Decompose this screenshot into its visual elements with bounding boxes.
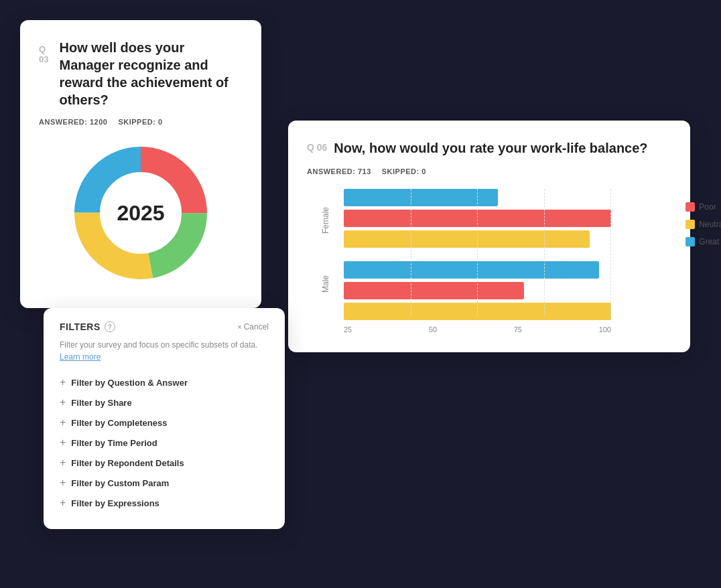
chart-legend: Poor Neutral Great: [685, 202, 721, 246]
filters-description: Filter your survey and focus on specific…: [60, 339, 269, 363]
female-great-bar: [344, 189, 498, 206]
filter-item-expressions[interactable]: + Filter by Expressions: [60, 493, 269, 513]
filters-title-row: FILTERS ?: [60, 321, 115, 332]
q06-answered: ANSWERED: 713: [307, 167, 371, 175]
x-tick-50: 50: [429, 325, 437, 334]
q03-skipped: SKIPPED: 0: [118, 118, 162, 126]
plus-icon-respondent: +: [60, 457, 66, 468]
learn-more-link[interactable]: Learn more: [60, 352, 101, 362]
filter-time-label: Filter by Time Period: [71, 438, 157, 448]
x-tick-25: 25: [344, 325, 352, 334]
q03-number: Q 03: [39, 44, 48, 64]
filters-header: FILTERS ? × Cancel: [60, 321, 269, 332]
filter-item-completeness[interactable]: + Filter by Completeness: [60, 413, 269, 433]
filter-respondent-label: Filter by Repondent Details: [71, 458, 184, 468]
filter-item-share[interactable]: + Filter by Share: [60, 392, 269, 413]
filter-item-time[interactable]: + Filter by Time Period: [60, 433, 269, 453]
filter-item-respondent[interactable]: + Filter by Repondent Details: [60, 453, 269, 473]
male-great-bar: [344, 261, 599, 279]
donut-chart: 2025: [39, 139, 243, 287]
x-tick-100: 100: [599, 325, 611, 334]
plus-icon-share: +: [60, 397, 66, 408]
legend-neutral: Neutral: [685, 220, 721, 229]
male-poor-bar: [344, 282, 524, 299]
filter-expressions-label: Filter by Expressions: [71, 498, 159, 508]
bar-chart-card: Q 06 Now, how would you rate your work-l…: [288, 121, 690, 352]
plus-icon-qa: +: [60, 377, 66, 388]
filter-items-list: + Filter by Question & Answer + Filter b…: [60, 372, 269, 513]
plus-icon-time: +: [60, 437, 66, 448]
female-poor-bar: [344, 210, 611, 227]
filter-qa-label: Filter by Question & Answer: [71, 378, 188, 388]
q03-answered: ANSWERED: 1200: [39, 118, 107, 126]
q06-title: Now, how would you rate your work-life b…: [334, 139, 647, 157]
legend-great-dot: [685, 237, 695, 246]
q06-stats: ANSWERED: 713 SKIPPED: 0: [307, 167, 671, 175]
legend-neutral-dot: [685, 220, 695, 229]
plus-icon-custom: +: [60, 477, 66, 488]
female-group: [344, 189, 671, 248]
legend-poor-dot: [685, 202, 695, 212]
female-label: Female: [321, 207, 330, 234]
filters-card: FILTERS ? × Cancel Filter your survey an…: [44, 308, 285, 529]
male-group: [344, 261, 671, 320]
q03-stats: ANSWERED: 1200 SKIPPED: 0: [39, 118, 243, 126]
q06-number: Q 06: [307, 142, 327, 153]
plus-icon-completeness: +: [60, 417, 66, 428]
filter-custom-label: Filter by Custom Param: [71, 478, 169, 488]
plus-icon-expressions: +: [60, 498, 66, 508]
legend-poor: Poor: [685, 202, 721, 212]
x-tick-75: 75: [514, 325, 522, 334]
donut-center-value: 2025: [117, 201, 164, 226]
filter-share-label: Filter by Share: [71, 398, 131, 408]
male-neutral-bar: [344, 303, 611, 320]
legend-great: Great: [685, 237, 721, 246]
filter-item-custom[interactable]: + Filter by Custom Param: [60, 473, 269, 493]
q03-title: How well does your Manager recognize and…: [59, 39, 243, 108]
help-icon[interactable]: ?: [105, 321, 115, 332]
male-label: Male: [321, 275, 330, 293]
filters-title: FILTERS: [60, 321, 101, 332]
filter-completeness-label: Filter by Completeness: [71, 418, 167, 428]
cancel-x-icon: ×: [237, 323, 241, 331]
q06-skipped: SKIPPED: 0: [382, 167, 426, 175]
donut-chart-card: Q 03 How well does your Manager recogniz…: [20, 20, 261, 308]
q06-header: Q 06 Now, how would you rate your work-l…: [307, 139, 671, 162]
filter-item-qa[interactable]: + Filter by Question & Answer: [60, 372, 269, 392]
female-neutral-bar: [344, 230, 590, 248]
cancel-button[interactable]: × Cancel: [237, 322, 269, 332]
